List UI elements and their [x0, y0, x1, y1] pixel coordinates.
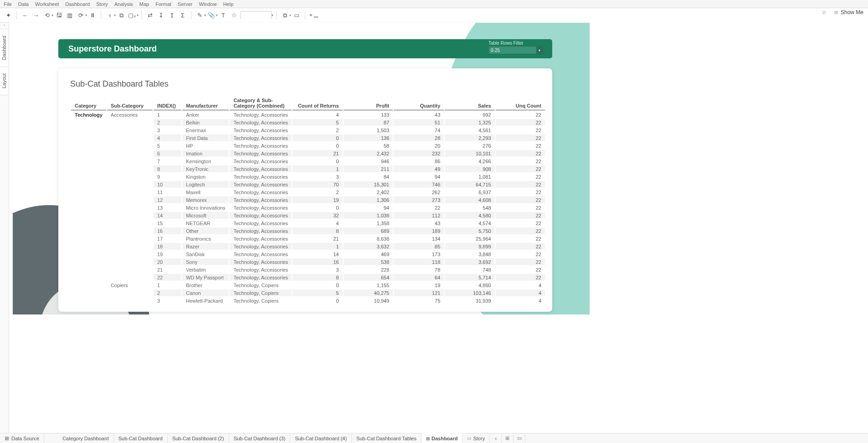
separator	[101, 11, 101, 20]
dashboard-header: Superstore Dashboard Table Rows Filter 0…	[58, 39, 552, 58]
filter-label: Table Rows Filter	[488, 41, 548, 46]
table-row[interactable]: Copiers1BrotherTechnology, Copiers01,155…	[71, 282, 545, 288]
dashboard-canvas[interactable]: Superstore Dashboard Table Rows Filter 0…	[13, 23, 590, 314]
menu-file[interactable]: File	[4, 1, 12, 7]
col-returns[interactable]: Count of Returns	[293, 96, 343, 110]
separator	[191, 11, 191, 20]
table-row[interactable]: 2BelkinTechnology, Accessories587511,325…	[71, 119, 545, 126]
col-profit[interactable]: Profit	[344, 96, 393, 110]
show-me-label: Show Me	[841, 9, 863, 15]
table-row[interactable]: 6ImationTechnology, Accessories212,43223…	[71, 150, 545, 157]
table-row[interactable]: 8KeyTronicTechnology, Accessories1211499…	[71, 165, 545, 172]
sheet-tab-label: Dashboard	[431, 436, 457, 441]
new-story-button[interactable]: ▭	[514, 433, 525, 443]
sheet-tab[interactable]: Sub-Cat Dashboard Tables	[352, 433, 421, 443]
table-row[interactable]: 2CanonTechnology, Copiers540,275121103,1…	[71, 289, 545, 296]
menu-map[interactable]: Map	[139, 1, 149, 7]
col-sales[interactable]: Sales	[445, 96, 494, 110]
table-row[interactable]: 10LogitechTechnology, Accessories7015,30…	[71, 181, 545, 188]
separator	[305, 11, 305, 20]
crosstab[interactable]: Category Sub-Category INDEX() Manufactur…	[70, 95, 546, 305]
side-panel: › Dashboard Layout	[0, 23, 9, 433]
sheet-tab[interactable]: Sub-Cat Dashboard (4)	[290, 433, 352, 443]
filter-container: Table Rows Filter 0-25 ▾	[488, 41, 548, 54]
search-input[interactable]	[241, 11, 272, 20]
data-source-tab[interactable]: ▦ Data Source	[0, 433, 44, 443]
menu-data[interactable]: Data	[18, 1, 29, 7]
table-row[interactable]: 21VerbatimTechnology, Accessories3228787…	[71, 266, 545, 273]
sheet-tab-label: Story	[473, 436, 485, 441]
table-row[interactable]: 14MicrosoftTechnology, Accessories321,03…	[71, 212, 545, 219]
table-row[interactable]: 15NETGEARTechnology, Accessories41,35843…	[71, 220, 545, 227]
collapse-icon[interactable]: ›	[0, 23, 9, 29]
menu-server[interactable]: Server	[178, 1, 192, 7]
separator	[141, 11, 142, 20]
col-manufacturer[interactable]: Manufacturer	[182, 96, 229, 110]
chevron-down-icon: ▾	[536, 46, 543, 54]
col-index[interactable]: INDEX()	[154, 96, 181, 110]
sheet-tab[interactable]: Category Dashboard	[58, 433, 114, 443]
table-row[interactable]: 13Micro InnovationsTechnology, Accessori…	[71, 204, 545, 211]
sheet-tab-story[interactable]: ▭ Story	[462, 433, 490, 443]
table-row[interactable]: 18RazerTechnology, Accessories13,632859,…	[71, 243, 545, 250]
table-row[interactable]: 11MaxellTechnology, Accessories22,402262…	[71, 189, 545, 196]
table-row[interactable]: 17PlantronicsTechnology, Accessories218,…	[71, 235, 545, 242]
menu-help[interactable]: Help	[223, 1, 234, 7]
show-me-button[interactable]: ⎚ ≣ Show Me	[822, 9, 863, 15]
menu-window[interactable]: Window	[199, 1, 217, 7]
menu-story[interactable]: Story	[96, 1, 108, 7]
table-row[interactable]: 3Hewlett-PackardTechnology, Copiers010,9…	[71, 297, 545, 304]
col-unq[interactable]: Unq Count	[496, 96, 545, 110]
table-row[interactable]: 9KingstonTechnology, Accessories384941,0…	[71, 173, 545, 180]
table-row[interactable]: 22WD My PassportTechnology, Accessories8…	[71, 274, 545, 281]
data-source-label: Data Source	[11, 436, 39, 441]
table-row[interactable]: 16OtherTechnology, Accessories86891895,7…	[71, 227, 545, 234]
menu-bar: File Data Worksheet Dashboard Story Anal…	[0, 0, 868, 8]
separator	[276, 11, 277, 20]
col-category[interactable]: Category	[71, 96, 106, 110]
menu-worksheet[interactable]: Worksheet	[35, 1, 59, 7]
table-row[interactable]: 19SanDiskTechnology, Accessories14469173…	[71, 251, 545, 258]
menu-format[interactable]: Format	[155, 1, 171, 7]
sheet-tab[interactable]: Sub-Cat Dashboard	[114, 433, 168, 443]
filter-dropdown[interactable]: 0-25 ▾	[488, 46, 543, 54]
col-subcategory[interactable]: Sub-Category	[107, 96, 153, 110]
table-card: Sub-Cat Dashboard Tables Category Sub-Ca…	[58, 68, 552, 312]
header-row: Category Sub-Category INDEX() Manufactur…	[71, 96, 545, 110]
presentation-mode-icon[interactable]: ⎚	[822, 9, 826, 15]
sheet-tab[interactable]: Sub-Cat Dashboard (2)	[168, 433, 229, 443]
col-quantity[interactable]: Quantity	[394, 96, 444, 110]
dashboard-icon: ⊞	[426, 436, 430, 441]
show-me-icon: ≣	[834, 9, 838, 15]
table-row[interactable]: 3EnermaxTechnology, Accessories21,503744…	[71, 127, 545, 134]
side-tab-layout[interactable]: Layout	[0, 67, 8, 95]
new-worksheet-button[interactable]: ⫞	[490, 433, 502, 443]
table-row[interactable]: TechnologyAccessories1AnkerTechnology, A…	[71, 111, 545, 118]
menu-analysis[interactable]: Analysis	[114, 1, 133, 7]
new-dashboard-button[interactable]: ⊞	[502, 433, 514, 443]
table-row[interactable]: 20SonyTechnology, Accessories165381183,6…	[71, 258, 545, 265]
table-row[interactable]: 4First DataTechnology, Accessories013628…	[71, 134, 545, 141]
table-row[interactable]: 7KensingtonTechnology, Accessories094686…	[71, 158, 545, 165]
sheet-tab[interactable]: Sub-Cat Dashboard (3)	[229, 433, 291, 443]
sheet-tab-bar: ▦ Data Source Category Dashboard Sub-Cat…	[0, 433, 868, 443]
table-row[interactable]: 5HPTechnology, Accessories0582027622	[71, 142, 545, 149]
story-icon: ▭	[467, 436, 471, 441]
data-source-icon: ▦	[5, 435, 9, 441]
dashboard-title: Superstore Dashboard	[68, 44, 157, 54]
menu-dashboard[interactable]: Dashboard	[65, 1, 90, 7]
card-title: Sub-Cat Dashboard Tables	[70, 79, 546, 89]
dashboard-viewport: Superstore Dashboard Table Rows Filter 0…	[9, 19, 868, 433]
side-tab-dashboard[interactable]: Dashboard	[0, 29, 8, 67]
sheet-tab-active[interactable]: ⊞ Dashboard	[421, 433, 462, 443]
filter-value: 0-25	[491, 48, 500, 53]
separator	[16, 11, 17, 20]
table-row[interactable]: 12MemorexTechnology, Accessories191,3062…	[71, 196, 545, 203]
col-combined[interactable]: Category & Sub-Category (Combined)	[230, 96, 292, 110]
